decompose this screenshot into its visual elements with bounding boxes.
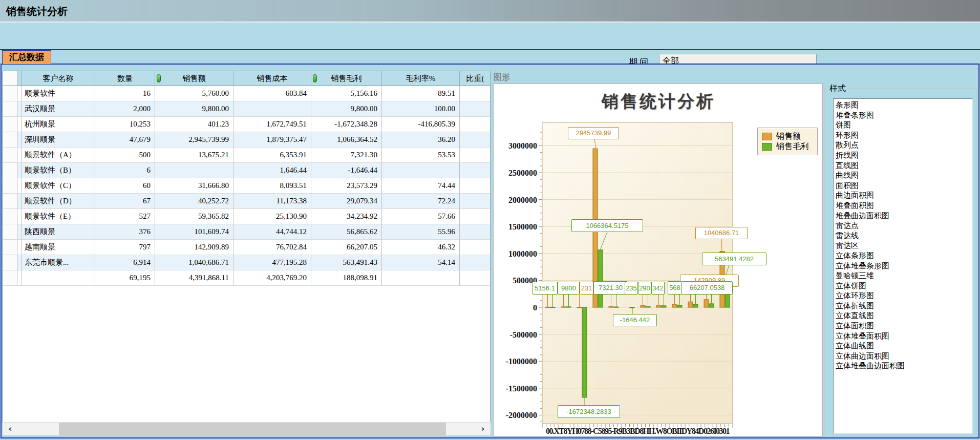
cell [3,178,17,194]
legend-swatch-icon [762,133,772,140]
table-row[interactable]: 顺景软件（B）61,646.44-1,646.44 [3,163,491,178]
cell [3,240,17,255]
scroll-right-button[interactable]: › [475,423,491,436]
table-row[interactable]: 陕西顺景376101,609.7444,744.1256,865.6255.96 [3,224,491,240]
style-list-item[interactable]: 折线图 [836,151,972,161]
cell [460,240,491,255]
tab-summary-data[interactable]: 汇总数据 [2,50,51,64]
chart-legend: 销售额销售毛利 [757,128,818,155]
cell: 797 [95,240,155,255]
cell: 477,195.28 [233,255,311,270]
cell: 顺景软件（C） [22,178,95,194]
table-row[interactable]: 武汉顺景2,0009,800.009,800.00100.00 [3,101,491,117]
scroll-thumb[interactable] [59,423,446,436]
legend-item: 销售额 [762,131,813,141]
style-list-item[interactable]: 曲边面积图 [836,191,972,201]
style-listbox[interactable]: 条形图堆叠条形图饼图环形图散列点折线图直线图曲线图面积图曲边面积图堆叠面积图堆叠… [833,98,973,434]
column-header-0[interactable]: 客户名称 [22,71,95,86]
style-list-item[interactable]: 雷达点 [836,221,972,231]
style-list-item[interactable]: 立体面积图 [836,321,972,331]
legend-label: 销售额 [776,131,801,142]
cell: 13,675.21 [155,148,233,163]
table-total-row[interactable]: 69,1954,391,868.114,203,769.20188,098.91 [3,270,491,286]
toolbar: 期 间 [0,23,980,49]
style-list-item[interactable]: 饼图 [836,120,972,131]
style-list-item[interactable]: 曼哈顿三维 [836,271,972,281]
cell: 4,203,769.20 [233,270,311,286]
column-header-3[interactable]: 销售成本 [233,71,311,86]
svg-text:3000000: 3000000 [508,141,537,150]
style-list-item[interactable]: 立体堆叠面积图 [836,331,972,342]
cell: 9,800.00 [155,101,233,117]
style-list-item[interactable]: 立体环形图 [836,291,972,301]
cell: 66,207.05 [311,240,382,255]
style-list-item[interactable]: 面积图 [836,181,972,191]
cell [17,148,22,163]
chart-callout: 568 [668,281,682,295]
style-list-item[interactable]: 散列点 [836,140,972,151]
cell: 603.84 [233,86,311,101]
style-list-item[interactable]: 雷达区 [836,241,972,251]
cell: 69,195 [95,270,155,286]
style-list-item[interactable]: 堆叠曲边面积图 [836,211,972,221]
table-row[interactable]: 顺景软件（C）6031,666.808,093.5123,573.2974.44 [3,178,491,194]
cell [460,163,491,178]
table-row[interactable]: 顺景软件（E）52759,365.8225,130.9034,234.9257.… [3,209,491,224]
style-list-item[interactable]: 立体堆叠条形图 [836,261,972,271]
cell [460,148,491,163]
cell: 188,098.91 [311,270,382,286]
horizontal-scrollbar[interactable]: ‹ › [3,422,491,435]
cell: 53.53 [382,148,460,163]
table-row[interactable]: 顺景软件165,760.00603.845,156.1689.51 [3,86,491,101]
style-list-item[interactable]: 立体曲线图 [836,341,972,351]
column-header-5[interactable]: 毛利率% [382,71,460,86]
svg-text:0: 0 [533,303,537,312]
cell: 5,156.16 [311,86,382,101]
style-list-item[interactable]: 环形图 [836,131,972,141]
style-list-item[interactable]: 堆叠面积图 [836,201,972,211]
cell [3,132,17,148]
style-list-item[interactable]: 曲线图 [836,171,972,181]
cell [17,255,22,270]
cell [3,270,17,286]
column-header-6[interactable]: 比重( [460,71,491,86]
style-list-item[interactable]: 直线图 [836,161,972,171]
table-row[interactable]: 深圳顺景47,6792,945,739.991,879,375.471,066,… [3,132,491,148]
table-row[interactable]: 顺景软件（A）50013,675.216,353.917,321.3053.53 [3,148,491,163]
cell [17,117,22,132]
table-row[interactable]: 杭州顺景10,253401.231,672,749.51-1,672,348.2… [3,117,491,132]
cell [460,224,491,240]
style-list-item[interactable]: 立体折线图 [836,301,972,311]
cell: 6,353.91 [233,148,311,163]
table-row[interactable]: 越南顺景797142,909.8976,702.8466,207.0546.32 [3,240,491,255]
cell [460,178,491,194]
cell: 9,800.00 [311,101,382,117]
chart-panel: 销售统计分析 300000025000002000000150000010000… [493,83,823,436]
table-row[interactable]: 东莞市顺景...6,9141,040,686.71477,195.28563,4… [3,255,491,270]
cell: 34,234.92 [311,209,382,224]
style-list-item[interactable]: 堆叠条形图 [836,111,972,121]
style-list-item[interactable]: 立体条形图 [836,251,972,261]
cell: 2,945,739.99 [155,132,233,148]
table-row[interactable]: 顺景软件（D）6740,252.7211,173.3829,079.3472.2… [3,194,491,209]
cell [17,224,22,240]
style-list-item[interactable]: 立体堆叠曲边面积图 [836,361,972,371]
style-groupbox-label: 样式 [827,83,848,94]
cell [233,101,311,117]
style-list-item[interactable]: 雷达线 [836,231,972,241]
style-list-item[interactable]: 条形图 [836,100,972,111]
style-list-item[interactable]: 立体饼图 [836,281,972,291]
column-header-2[interactable]: 销售额 [155,71,233,86]
cell [3,117,17,132]
column-header-1[interactable]: 数量 [95,71,155,86]
scroll-left-button[interactable]: ‹ [3,423,18,436]
column-header-4[interactable]: 销售毛利 [311,71,382,86]
style-list-item[interactable]: 立体曲边面积图 [836,351,972,362]
cell [17,209,22,224]
toolbar-divider [0,49,980,50]
style-list-item[interactable]: 立体直线图 [836,311,972,321]
chart-callout: 66207.0538 [681,281,733,295]
chart-callout: 231 [580,282,593,295]
cell: 陕西顺景 [22,224,95,240]
cell: 顺景软件（A） [22,148,95,163]
